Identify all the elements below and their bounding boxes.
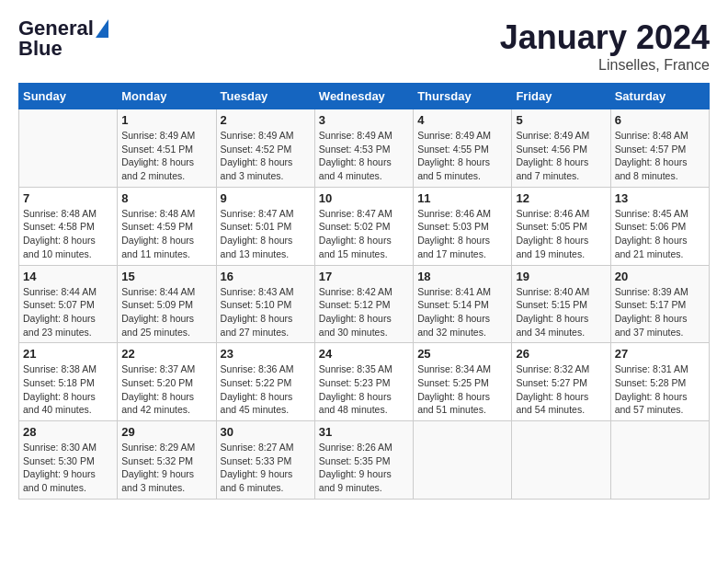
day-number: 2 [221,113,311,127]
table-row: 31Sunrise: 8:26 AMSunset: 5:35 PMDayligh… [314,421,413,500]
table-row: 15Sunrise: 8:44 AMSunset: 5:09 PMDayligh… [118,265,216,343]
calendar-header-row: Sunday Monday Tuesday Wednesday Thursday… [19,84,710,109]
day-info: Sunrise: 8:48 AMSunset: 4:57 PMDaylight:… [615,129,705,183]
day-number: 23 [221,347,311,361]
day-number: 9 [221,191,311,205]
table-row: 2Sunrise: 8:49 AMSunset: 4:52 PMDaylight… [216,109,314,188]
calendar-subtitle: Linselles, France [500,57,710,74]
day-number: 1 [121,113,211,127]
logo-text-general: General [18,18,94,39]
calendar-week-row: 1Sunrise: 8:49 AMSunset: 4:51 PMDaylight… [19,109,710,188]
calendar-week-row: 14Sunrise: 8:44 AMSunset: 5:07 PMDayligh… [19,265,710,343]
table-row: 13Sunrise: 8:45 AMSunset: 5:06 PMDayligh… [610,187,709,265]
day-number: 8 [121,191,211,205]
day-info: Sunrise: 8:31 AMSunset: 5:28 PMDaylight:… [615,362,705,417]
header-saturday: Saturday [610,84,709,109]
day-number: 30 [221,425,311,439]
table-row: 26Sunrise: 8:32 AMSunset: 5:27 PMDayligh… [512,343,610,421]
day-info: Sunrise: 8:43 AMSunset: 5:10 PMDaylight:… [221,285,311,339]
day-number: 4 [417,113,507,127]
table-row: 1Sunrise: 8:49 AMSunset: 4:51 PMDaylight… [118,109,216,188]
day-info: Sunrise: 8:45 AMSunset: 5:06 PMDaylight:… [615,207,705,261]
table-row [512,421,610,500]
day-number: 19 [516,270,606,283]
day-number: 15 [121,270,211,283]
table-row: 17Sunrise: 8:42 AMSunset: 5:12 PMDayligh… [314,265,413,343]
table-row: 29Sunrise: 8:29 AMSunset: 5:32 PMDayligh… [118,421,216,500]
calendar-table: Sunday Monday Tuesday Wednesday Thursday… [18,83,710,500]
table-row: 8Sunrise: 8:48 AMSunset: 4:59 PMDaylight… [118,187,216,265]
day-info: Sunrise: 8:40 AMSunset: 5:15 PMDaylight:… [516,285,606,339]
header-sunday: Sunday [19,84,118,109]
day-info: Sunrise: 8:39 AMSunset: 5:17 PMDaylight:… [615,285,705,339]
day-number: 14 [23,270,113,283]
table-row [610,421,709,500]
calendar-week-row: 21Sunrise: 8:38 AMSunset: 5:18 PMDayligh… [19,343,710,421]
day-number: 27 [615,347,705,361]
table-row: 19Sunrise: 8:40 AMSunset: 5:15 PMDayligh… [512,265,610,343]
table-row: 5Sunrise: 8:49 AMSunset: 4:56 PMDaylight… [512,109,610,188]
day-info: Sunrise: 8:30 AMSunset: 5:30 PMDaylight:… [23,441,113,495]
table-row: 9Sunrise: 8:47 AMSunset: 5:01 PMDaylight… [216,187,314,265]
day-number: 29 [121,425,211,439]
day-info: Sunrise: 8:32 AMSunset: 5:27 PMDaylight:… [516,362,606,417]
table-row: 12Sunrise: 8:46 AMSunset: 5:05 PMDayligh… [512,187,610,265]
day-number: 16 [221,270,311,283]
calendar-title: January 2024 [500,18,710,57]
table-row [19,109,118,188]
table-row [414,421,512,500]
day-number: 17 [319,270,409,283]
day-number: 24 [319,347,409,361]
header-friday: Friday [512,84,610,109]
day-info: Sunrise: 8:44 AMSunset: 5:09 PMDaylight:… [121,285,211,339]
table-row: 10Sunrise: 8:47 AMSunset: 5:02 PMDayligh… [314,187,413,265]
day-info: Sunrise: 8:47 AMSunset: 5:01 PMDaylight:… [221,207,311,261]
title-block: January 2024 Linselles, France [500,18,710,74]
table-row: 20Sunrise: 8:39 AMSunset: 5:17 PMDayligh… [610,265,709,343]
calendar-body: 1Sunrise: 8:49 AMSunset: 4:51 PMDaylight… [19,109,710,500]
table-row: 22Sunrise: 8:37 AMSunset: 5:20 PMDayligh… [118,343,216,421]
day-number: 25 [417,347,507,361]
table-row: 14Sunrise: 8:44 AMSunset: 5:07 PMDayligh… [19,265,118,343]
day-info: Sunrise: 8:49 AMSunset: 4:53 PMDaylight:… [319,129,409,183]
day-number: 22 [121,347,211,361]
day-info: Sunrise: 8:49 AMSunset: 4:55 PMDaylight:… [417,129,507,183]
table-row: 11Sunrise: 8:46 AMSunset: 5:03 PMDayligh… [414,187,512,265]
header-monday: Monday [118,84,216,109]
table-row: 6Sunrise: 8:48 AMSunset: 4:57 PMDaylight… [610,109,709,188]
day-info: Sunrise: 8:36 AMSunset: 5:22 PMDaylight:… [221,362,311,417]
header-wednesday: Wednesday [314,84,413,109]
table-row: 24Sunrise: 8:35 AMSunset: 5:23 PMDayligh… [314,343,413,421]
day-number: 31 [319,425,409,439]
logo: General Blue [18,18,108,59]
day-number: 28 [23,425,113,439]
logo-triangle-icon [96,19,108,38]
day-info: Sunrise: 8:42 AMSunset: 5:12 PMDaylight:… [319,285,409,339]
table-row: 3Sunrise: 8:49 AMSunset: 4:53 PMDaylight… [314,109,413,188]
header-thursday: Thursday [414,84,512,109]
day-number: 12 [516,191,606,205]
table-row: 23Sunrise: 8:36 AMSunset: 5:22 PMDayligh… [216,343,314,421]
calendar-week-row: 7Sunrise: 8:48 AMSunset: 4:58 PMDaylight… [19,187,710,265]
day-info: Sunrise: 8:49 AMSunset: 4:51 PMDaylight:… [121,129,211,183]
logo-text-blue: Blue [18,39,63,59]
day-info: Sunrise: 8:38 AMSunset: 5:18 PMDaylight:… [23,362,113,417]
day-number: 11 [417,191,507,205]
day-info: Sunrise: 8:48 AMSunset: 4:58 PMDaylight:… [23,207,113,261]
day-number: 7 [23,191,113,205]
day-number: 3 [319,113,409,127]
table-row: 7Sunrise: 8:48 AMSunset: 4:58 PMDaylight… [19,187,118,265]
day-info: Sunrise: 8:41 AMSunset: 5:14 PMDaylight:… [417,285,507,339]
table-row: 28Sunrise: 8:30 AMSunset: 5:30 PMDayligh… [19,421,118,500]
day-info: Sunrise: 8:49 AMSunset: 4:52 PMDaylight:… [221,129,311,183]
page-header: General Blue January 2024 Linselles, Fra… [18,18,710,74]
table-row: 25Sunrise: 8:34 AMSunset: 5:25 PMDayligh… [414,343,512,421]
day-info: Sunrise: 8:26 AMSunset: 5:35 PMDaylight:… [319,441,409,495]
day-info: Sunrise: 8:46 AMSunset: 5:03 PMDaylight:… [417,207,507,261]
table-row: 30Sunrise: 8:27 AMSunset: 5:33 PMDayligh… [216,421,314,500]
day-info: Sunrise: 8:49 AMSunset: 4:56 PMDaylight:… [516,129,606,183]
day-info: Sunrise: 8:48 AMSunset: 4:59 PMDaylight:… [121,207,211,261]
day-info: Sunrise: 8:29 AMSunset: 5:32 PMDaylight:… [121,441,211,495]
table-row: 21Sunrise: 8:38 AMSunset: 5:18 PMDayligh… [19,343,118,421]
day-number: 26 [516,347,606,361]
